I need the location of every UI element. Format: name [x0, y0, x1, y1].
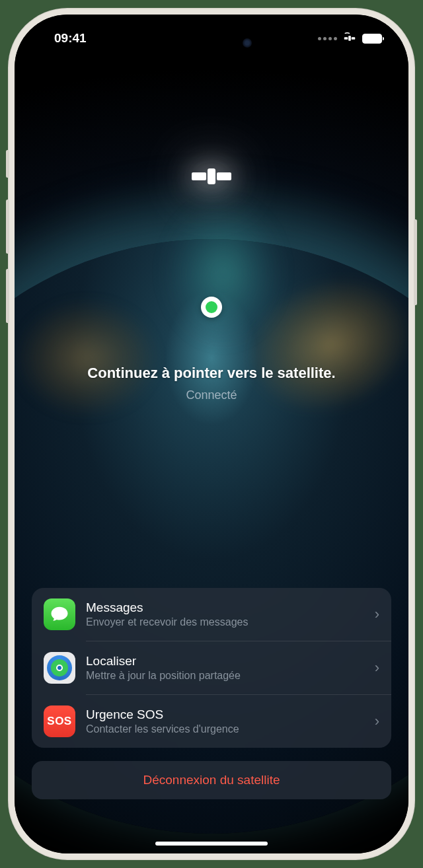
chevron-right-icon: ›: [375, 713, 379, 730]
phone-bezel: 09:41: [15, 15, 408, 853]
atmosphere-glow: [164, 199, 283, 345]
option-subtitle: Mettre à jour la position partagée: [86, 670, 364, 682]
svg-rect-0: [348, 36, 351, 40]
satellite-status-icon: [342, 31, 357, 46]
satellite-icon: [198, 163, 225, 190]
svg-rect-1: [344, 37, 348, 40]
option-title: Urgence SOS: [86, 707, 364, 722]
status-time: 09:41: [54, 31, 87, 46]
dynamic-island: [162, 29, 261, 57]
instruction-main-text: Continuez à pointer vers le satellite.: [34, 365, 389, 382]
cellular-dots-icon: [318, 37, 337, 40]
option-messages[interactable]: Messages Envoyer et recevoir des message…: [32, 588, 391, 641]
option-title: Localiser: [86, 654, 364, 669]
sos-icon: SOS: [44, 705, 75, 737]
screen: 09:41: [15, 15, 408, 853]
svg-rect-2: [352, 37, 356, 40]
battery-icon: [362, 34, 382, 44]
messages-icon: [44, 598, 75, 630]
connection-indicator-icon: [201, 297, 222, 318]
disconnect-button[interactable]: Déconnexion du satellite: [32, 761, 391, 799]
option-title: Messages: [86, 600, 364, 615]
option-findmy[interactable]: Localiser Mettre à jour la position part…: [32, 641, 391, 694]
power-button: [414, 219, 417, 305]
option-subtitle: Contacter les services d'urgence: [86, 723, 364, 735]
chevron-right-icon: ›: [375, 659, 379, 676]
silent-switch: [6, 150, 9, 178]
phone-frame: 09:41: [8, 8, 415, 860]
home-indicator[interactable]: [155, 842, 268, 846]
instruction-block: Continuez à pointer vers le satellite. C…: [15, 365, 408, 402]
options-card: Messages Envoyer et recevoir des message…: [32, 588, 391, 748]
connection-status-text: Connecté: [34, 388, 389, 402]
option-subtitle: Envoyer et recevoir des messages: [86, 616, 364, 628]
status-right: [318, 31, 382, 46]
option-sos[interactable]: SOS Urgence SOS Contacter les services d…: [32, 695, 391, 748]
volume-up-button: [6, 199, 9, 254]
volume-down-button: [6, 269, 9, 323]
chevron-right-icon: ›: [375, 606, 379, 623]
findmy-icon: [44, 652, 75, 684]
